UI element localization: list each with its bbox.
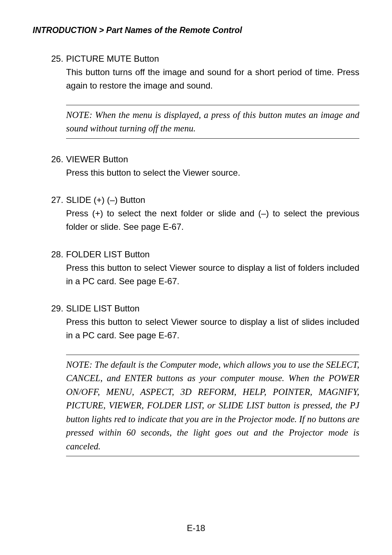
item-title: SLIDE LIST Button bbox=[66, 302, 139, 315]
note-text: NOTE: The default is the Computer mode, … bbox=[66, 358, 359, 453]
list-item: 27. SLIDE (+) (–) Button Press (+) to se… bbox=[66, 193, 359, 234]
item-description: Press (+) to select the next folder or s… bbox=[66, 207, 359, 233]
list-item: 25. PICTURE MUTE Button This button turn… bbox=[66, 52, 359, 93]
item-title: FOLDER LIST Button bbox=[66, 248, 150, 261]
list-item: 29. SLIDE LIST Button Press this button … bbox=[66, 302, 359, 342]
item-description: Press this button to select Viewer sourc… bbox=[66, 261, 359, 288]
item-title: SLIDE (+) (–) Button bbox=[66, 193, 145, 207]
breadcrumb: INTRODUCTION > Part Names of the Remote … bbox=[33, 25, 359, 35]
item-title: PICTURE MUTE Button bbox=[66, 52, 159, 65]
page-number: E-18 bbox=[0, 523, 392, 533]
list-item: 28. FOLDER LIST Button Press this button… bbox=[66, 248, 359, 288]
item-description: Press this button to select Viewer sourc… bbox=[66, 315, 359, 342]
breadcrumb-separator: > bbox=[99, 25, 104, 35]
item-number: 26. bbox=[51, 152, 66, 166]
item-number: 25. bbox=[51, 52, 66, 65]
breadcrumb-subsection: Part Names of the Remote Control bbox=[106, 25, 242, 35]
note-text: NOTE: When the menu is displayed, a pres… bbox=[66, 108, 359, 135]
note-box: NOTE: When the menu is displayed, a pres… bbox=[66, 105, 359, 139]
note-box: NOTE: The default is the Computer mode, … bbox=[66, 355, 359, 457]
breadcrumb-section: INTRODUCTION bbox=[33, 25, 97, 35]
item-number: 28. bbox=[51, 248, 66, 261]
content-area: 25. PICTURE MUTE Button This button turn… bbox=[33, 52, 359, 456]
list-item: 26. VIEWER Button Press this button to s… bbox=[66, 152, 359, 179]
item-number: 29. bbox=[51, 302, 66, 315]
item-title: VIEWER Button bbox=[66, 152, 128, 166]
item-number: 27. bbox=[51, 193, 66, 207]
page-container: INTRODUCTION > Part Names of the Remote … bbox=[0, 0, 392, 456]
item-description: This button turns off the image and soun… bbox=[66, 65, 359, 92]
item-description: Press this button to select the Viewer s… bbox=[66, 166, 359, 179]
